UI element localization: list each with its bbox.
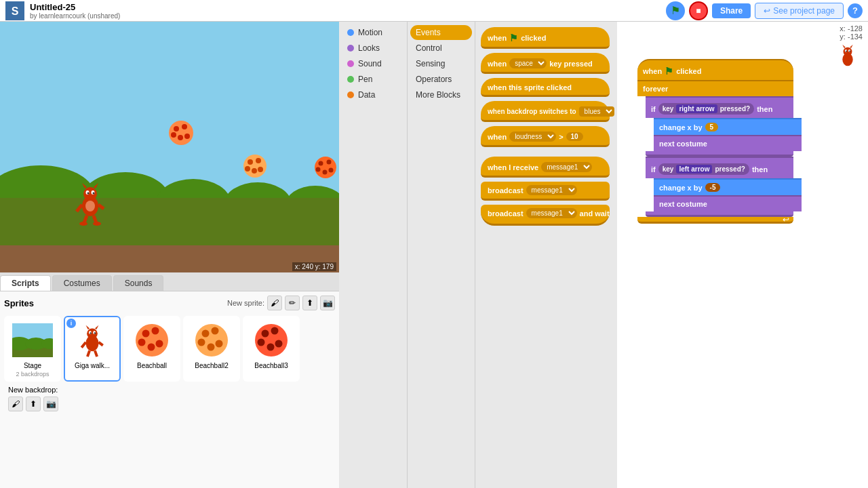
svg-point-4 (182, 124, 187, 129)
canvas-y: y: -134 (840, 33, 863, 41)
canvas-key-left-input: key left arrow pressed? (658, 163, 749, 175)
block-loudness-val[interactable]: 10 (566, 132, 583, 141)
sprite-item-giga[interactable]: i (64, 316, 121, 382)
new-sprite-upload-button[interactable]: ⬆ (302, 296, 317, 310)
block-broadcast-select[interactable]: message1 (526, 185, 577, 195)
help-button[interactable]: ? (848, 3, 863, 18)
svg-marker-26 (82, 183, 87, 188)
block-when-sprite[interactable]: when this sprite clicked (481, 78, 610, 97)
canvas-clicked-text: clicked (676, 67, 701, 75)
canvas-if-right-group: if key right arrow pressed? then change … (646, 96, 802, 157)
svg-line-29 (98, 205, 104, 209)
new-sprite-paint-button[interactable]: 🖌 (267, 296, 282, 310)
block-broadcast[interactable]: broadcast message1 (481, 182, 610, 201)
canvas-forever[interactable]: forever (637, 80, 793, 96)
green-flag-button[interactable]: ⚑ (666, 1, 685, 20)
submenu-more-blocks[interactable]: More Blocks (410, 87, 472, 102)
new-sprite-edit-button[interactable]: ✏ (285, 296, 300, 310)
canvas-change-x-text-2: change x by (659, 184, 703, 192)
tab-sounds[interactable]: Sounds (113, 275, 164, 291)
category-looks[interactable]: Looks (342, 41, 404, 56)
svg-marker-27 (94, 183, 98, 188)
canvas-when-text: when (643, 67, 662, 75)
ball-1[interactable] (168, 120, 194, 146)
blocks-panel: when ⚑ clicked when space key pressed wh… (475, 22, 617, 488)
canvas-if-right[interactable]: if key right arrow pressed? then (646, 96, 793, 118)
canvas-change-x-5[interactable]: change x by 5 (654, 118, 802, 135)
sprite-item-stage[interactable]: Stage 2 backdrops (4, 316, 61, 382)
sprite-info-badge[interactable]: i (66, 319, 76, 328)
block-receive-select[interactable]: message1 (541, 162, 592, 172)
sprite-name-beachball3: Beachball3 (254, 362, 288, 369)
block-when-clicked[interactable]: when ⚑ clicked (481, 27, 610, 49)
canvas-val-neg5: -5 (705, 183, 721, 192)
sprites-panel: Sprites New sprite: 🖌 ✏ ⬆ 📷 (0, 291, 339, 488)
svg-point-41 (87, 328, 98, 339)
new-backdrop-camera-btn[interactable]: 📷 (43, 396, 58, 411)
svg-point-12 (258, 167, 263, 172)
block-and-wait-text: and wait (580, 209, 610, 218)
svg-marker-76 (842, 45, 846, 48)
block-when-text: when (488, 34, 507, 42)
category-sound[interactable]: Sound (342, 56, 404, 71)
key-left-label: left arrow (676, 165, 712, 174)
submenu-sensing[interactable]: Sensing (410, 56, 472, 71)
new-backdrop-upload-btn[interactable]: ⬆ (26, 396, 41, 411)
giga-sprite[interactable] (73, 179, 107, 226)
submenu-operators[interactable]: Operators (410, 72, 472, 87)
block-when-receive[interactable]: when I receive message1 (481, 157, 610, 178)
data-dot (347, 92, 354, 98)
sprite-item-beachball[interactable]: Beachball (123, 316, 180, 382)
sprite-item-beachball3[interactable]: Beachball3 (243, 316, 300, 382)
category-motion[interactable]: Motion (342, 25, 404, 40)
sound-dot (347, 60, 354, 67)
canvas-if-left[interactable]: if key left arrow pressed? then (646, 157, 793, 178)
block-broadcast-wait[interactable]: broadcast message1 and wait (481, 205, 610, 226)
block-flag-icon: ⚑ (509, 33, 518, 43)
new-sprite-camera-button[interactable]: 📷 (320, 296, 335, 310)
stage[interactable]: x: 240 y: 179 (0, 22, 339, 272)
block-key-select[interactable]: space (509, 58, 547, 68)
ball-3[interactable] (314, 156, 337, 179)
topbar: S Untitled-25 by learnlearncourk (unshar… (0, 0, 868, 22)
canvas-when-clicked[interactable]: when ⚑ clicked (637, 59, 793, 80)
sprites-title: Sprites (4, 298, 34, 308)
submenu-events[interactable]: Events (410, 25, 472, 40)
category-pen[interactable]: Pen (342, 72, 404, 87)
svg-point-67 (257, 338, 264, 346)
block-backdrop-select[interactable]: blues (579, 106, 614, 117)
block-bcast-wait-select[interactable]: message1 (526, 208, 577, 218)
block-when-loudness[interactable]: when loudness > 10 (481, 126, 610, 147)
svg-point-75 (849, 51, 850, 52)
canvas-next-costume-2[interactable]: next costume (654, 195, 802, 211)
category-motion-label: Motion (358, 28, 382, 37)
new-backdrop-paint-btn[interactable]: 🖌 (8, 396, 23, 411)
canvas-xy: x: -128 y: -134 (840, 24, 863, 41)
category-data[interactable]: Data (342, 87, 404, 102)
block-when-backdrop[interactable]: when backdrop switches to blues (481, 101, 610, 122)
ball-2[interactable] (243, 154, 267, 178)
blocks-submenu: Events Control Sensing Operators More Bl… (407, 22, 475, 488)
canvas-change-x-neg5[interactable]: change x by -5 (654, 178, 802, 195)
see-project-button[interactable]: ↩ See project page (755, 3, 844, 19)
project-title[interactable]: Untitled-25 (30, 2, 660, 12)
submenu-control[interactable]: Control (410, 41, 472, 56)
svg-point-7 (178, 135, 183, 140)
block-loudness-select[interactable]: loudness (509, 131, 556, 142)
svg-point-15 (319, 161, 323, 166)
scripting-canvas[interactable]: x: -128 y: -134 (617, 22, 868, 488)
block-when-key[interactable]: when space key pressed (481, 53, 610, 74)
canvas-if-text-1: if (651, 105, 656, 113)
tab-costumes[interactable]: Costumes (52, 275, 112, 291)
canvas-then-text-2: then (752, 165, 768, 174)
svg-point-61 (197, 338, 205, 346)
sprite-item-beachball2[interactable]: Beachball2 (183, 316, 240, 382)
stop-button[interactable]: ■ (689, 1, 708, 20)
canvas-sprite-icon (834, 42, 861, 73)
canvas-next-costume-1[interactable]: next costume (654, 135, 802, 151)
share-button[interactable]: Share (712, 3, 751, 18)
block-when-sprite-text: when this sprite clicked (488, 83, 572, 92)
sprite-thumb-beachball3 (251, 320, 292, 361)
block-broadcast-text: broadcast (488, 186, 524, 195)
tab-scripts[interactable]: Scripts (0, 275, 51, 291)
